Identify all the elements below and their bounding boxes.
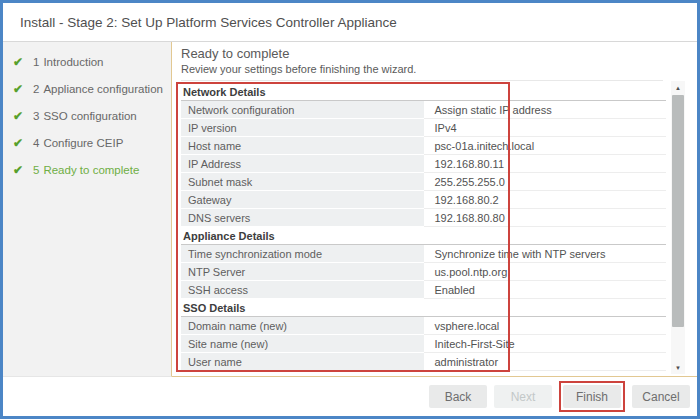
wizard-steps-sidebar: ✔ 1 Introduction ✔ 2 Appliance configura… bbox=[3, 42, 172, 377]
row-label: SSH access bbox=[181, 281, 424, 299]
review-table: Network Details Network configuration As… bbox=[181, 83, 666, 371]
sidebar-item-appliance-configuration: ✔ 2 Appliance configuration bbox=[3, 75, 171, 102]
table-row: Gateway 192.168.80.2 bbox=[181, 191, 666, 209]
row-value: IPv4 bbox=[424, 119, 667, 137]
table-row: NTP Server us.pool.ntp.org bbox=[181, 263, 666, 281]
annotation-box-finish: Finish bbox=[559, 381, 625, 412]
table-row: Site name (new) Initech-First-Site bbox=[181, 335, 666, 353]
title-bar: Install - Stage 2: Set Up Platform Servi… bbox=[3, 3, 697, 42]
step-number: 1 bbox=[33, 56, 39, 68]
section-title: SSO Details bbox=[181, 299, 666, 317]
step-number: 4 bbox=[33, 137, 39, 149]
row-label: Site name (new) bbox=[181, 335, 424, 353]
table-row: SSH access Enabled bbox=[181, 281, 666, 299]
row-label: Gateway bbox=[181, 191, 424, 209]
step-number: 2 bbox=[33, 83, 39, 95]
step-label: Ready to complete bbox=[43, 164, 139, 176]
check-icon: ✔ bbox=[13, 55, 25, 69]
table-row: Host name psc-01a.initech.local bbox=[181, 137, 666, 155]
cancel-button[interactable]: Cancel bbox=[632, 385, 690, 408]
row-value: 255.255.255.0 bbox=[424, 173, 667, 191]
step-label: Appliance configuration bbox=[43, 83, 163, 95]
header-divider bbox=[181, 80, 663, 81]
table-row: IP Address 192.168.80.11 bbox=[181, 155, 666, 173]
section-title: Appliance Details bbox=[181, 227, 666, 245]
step-label: Configure CEIP bbox=[43, 137, 123, 149]
table-row: IP version IPv4 bbox=[181, 119, 666, 137]
row-value: 192.168.80.11 bbox=[424, 155, 667, 173]
content-heading: Ready to complete bbox=[181, 46, 697, 61]
row-label: Time synchronization mode bbox=[181, 245, 424, 263]
row-label: User name bbox=[181, 353, 424, 371]
table-row: Subnet mask 255.255.255.0 bbox=[181, 173, 666, 191]
installer-window: Install - Stage 2: Set Up Platform Servi… bbox=[0, 0, 700, 419]
sidebar-item-introduction: ✔ 1 Introduction bbox=[3, 48, 171, 75]
row-value: Assign static IP address bbox=[424, 101, 667, 119]
row-value: Initech-First-Site bbox=[424, 335, 667, 353]
row-value: administrator bbox=[424, 353, 667, 371]
row-value: us.pool.ntp.org bbox=[424, 263, 667, 281]
scroll-up-button[interactable]: ▲ bbox=[671, 81, 685, 94]
wizard-body: ✔ 1 Introduction ✔ 2 Appliance configura… bbox=[3, 42, 697, 377]
step-number: 5 bbox=[33, 164, 39, 176]
page-title: Install - Stage 2: Set Up Platform Servi… bbox=[20, 15, 397, 30]
scroll-down-icon: ▼ bbox=[675, 365, 681, 371]
table-row: Domain name (new) vsphere.local bbox=[181, 317, 666, 335]
content-subheading: Review your settings before finishing th… bbox=[181, 63, 697, 76]
wizard-footer: Back Next Finish Cancel bbox=[3, 377, 697, 416]
row-value: Enabled bbox=[424, 281, 667, 299]
step-number: 3 bbox=[33, 110, 39, 122]
check-icon: ✔ bbox=[13, 136, 25, 150]
table-row: DNS servers 192.168.80.80 bbox=[181, 209, 666, 227]
scroll-down-button[interactable]: ▼ bbox=[671, 361, 685, 374]
section-header-row: Network Details bbox=[181, 83, 666, 101]
vertical-scrollbar[interactable]: ▲ ▼ bbox=[671, 81, 685, 374]
row-label: Domain name (new) bbox=[181, 317, 424, 335]
finish-button[interactable]: Finish bbox=[563, 385, 621, 408]
check-icon: ✔ bbox=[13, 163, 25, 177]
row-label: Network configuration bbox=[181, 101, 424, 119]
table-row: User name administrator bbox=[181, 353, 666, 371]
check-icon: ✔ bbox=[13, 82, 25, 96]
section-header-row: Appliance Details bbox=[181, 227, 666, 245]
row-label: DNS servers bbox=[181, 209, 424, 227]
table-row: Time synchronization mode Synchronize ti… bbox=[181, 245, 666, 263]
next-button[interactable]: Next bbox=[494, 385, 552, 408]
table-row: Network configuration Assign static IP a… bbox=[181, 101, 666, 119]
row-label: Host name bbox=[181, 137, 424, 155]
step-label: Introduction bbox=[43, 56, 103, 68]
row-value: vsphere.local bbox=[424, 317, 667, 335]
sidebar-item-sso-configuration: ✔ 3 SSO configuration bbox=[3, 102, 171, 129]
review-table-zone: Network Details Network configuration As… bbox=[181, 83, 666, 371]
row-value: Synchronize time with NTP servers bbox=[424, 245, 667, 263]
row-value: 192.168.80.2 bbox=[424, 191, 667, 209]
sidebar-item-configure-ceip: ✔ 4 Configure CEIP bbox=[3, 129, 171, 156]
section-title: Network Details bbox=[181, 83, 666, 101]
row-value: psc-01a.initech.local bbox=[424, 137, 667, 155]
row-value: 192.168.80.80 bbox=[424, 209, 667, 227]
row-label: IP version bbox=[181, 119, 424, 137]
sidebar-item-ready-to-complete: ✔ 5 Ready to complete bbox=[3, 156, 171, 183]
step-label: SSO configuration bbox=[43, 110, 136, 122]
row-label: IP Address bbox=[181, 155, 424, 173]
row-label: NTP Server bbox=[181, 263, 424, 281]
scrollbar-thumb[interactable] bbox=[672, 95, 684, 327]
main-content: Ready to complete Review your settings b… bbox=[172, 42, 697, 377]
scroll-up-icon: ▲ bbox=[675, 85, 681, 91]
back-button[interactable]: Back bbox=[429, 385, 487, 408]
row-label: Subnet mask bbox=[181, 173, 424, 191]
section-header-row: SSO Details bbox=[181, 299, 666, 317]
check-icon: ✔ bbox=[13, 109, 25, 123]
